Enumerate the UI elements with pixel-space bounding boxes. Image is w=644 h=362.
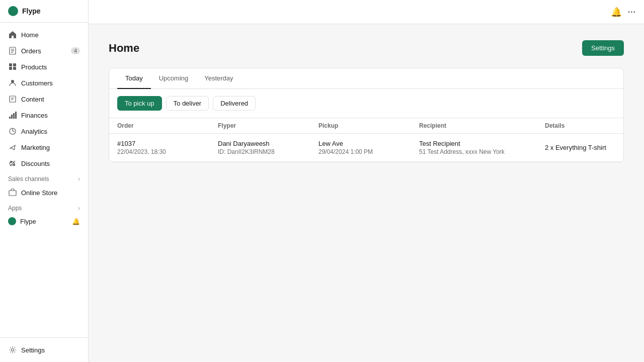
header-recipient: Recipient — [419, 122, 545, 129]
sidebar-item-home[interactable]: Home — [0, 27, 88, 43]
app-logo — [8, 6, 18, 16]
sidebar-item-settings[interactable]: Settings — [0, 342, 88, 358]
cell-pickup: Lew Ave 29/04/2024 1:00 PM — [318, 140, 419, 155]
sidebar: Flype Home Orders 4 Products — [0, 0, 89, 362]
analytics-icon — [8, 127, 17, 136]
cell-recipient: Test Recipient 51 Test Address, xxxx New… — [419, 140, 545, 155]
main-content: 🔔 ··· Home Settings Today Upcoming Yeste… — [89, 0, 644, 362]
page-header: Home Settings — [109, 40, 624, 56]
sidebar-item-content[interactable]: Content — [0, 91, 88, 107]
header-order: Order — [117, 122, 218, 129]
filter-delivered[interactable]: Delivered — [213, 96, 256, 111]
finances-icon — [8, 111, 17, 120]
svg-rect-13 — [11, 115, 13, 119]
sidebar-item-online-store[interactable]: Online Store — [0, 185, 88, 201]
svg-rect-4 — [9, 67, 12, 70]
main-card: Today Upcoming Yesterday To pick up To d… — [109, 68, 624, 162]
table-row[interactable]: #1037 22/04/2023, 18:30 Dani Daryaweesh … — [109, 134, 623, 162]
sidebar-item-marketing[interactable]: Marketing — [0, 139, 88, 155]
svg-rect-5 — [13, 67, 16, 70]
svg-rect-7 — [13, 63, 16, 66]
header-details: Details — [545, 122, 615, 129]
apps-header: Apps › — [0, 201, 88, 214]
tabs-bar: Today Upcoming Yesterday — [109, 68, 623, 89]
cell-details: 2 x Everything T-shirt — [545, 144, 615, 151]
online-store-icon — [8, 188, 17, 197]
svg-rect-15 — [15, 112, 17, 119]
svg-rect-6 — [9, 63, 12, 66]
orders-badge: 4 — [71, 47, 80, 54]
tab-upcoming[interactable]: Upcoming — [151, 68, 197, 89]
svg-rect-22 — [9, 191, 16, 196]
svg-rect-12 — [9, 117, 11, 119]
sidebar-item-customers[interactable]: Customers — [0, 75, 88, 91]
header-flyper: Flyper — [218, 122, 318, 129]
more-options-icon[interactable]: ··· — [628, 8, 636, 17]
sidebar-nav: Home Orders 4 Products Customers — [0, 23, 88, 337]
tab-yesterday[interactable]: Yesterday — [196, 68, 241, 89]
content-icon — [8, 95, 17, 104]
filter-bar: To pick up To deliver Delivered — [109, 89, 623, 118]
table-header: Order Flyper Pickup Recipient Details — [109, 118, 623, 134]
cell-flyper: Dani Daryaweesh ID: DanII2K3IRNM28 — [218, 140, 318, 155]
filter-to-pick-up[interactable]: To pick up — [117, 96, 162, 111]
flype-bell-icon[interactable]: 🔔 — [72, 218, 80, 225]
sidebar-item-analytics[interactable]: Analytics — [0, 123, 88, 139]
home-icon — [8, 30, 17, 39]
sidebar-item-products[interactable]: Products — [0, 59, 88, 75]
settings-button[interactable]: Settings — [582, 40, 624, 56]
sidebar-header: Flype — [0, 0, 88, 23]
apps-chevron[interactable]: › — [78, 205, 80, 212]
orders-table: Order Flyper Pickup Recipient Details #1… — [109, 118, 623, 162]
sales-channels-header: Sales channels › — [0, 171, 88, 185]
sidebar-item-discounts[interactable]: Discounts — [0, 155, 88, 171]
notifications-icon[interactable]: 🔔 — [611, 7, 622, 18]
cell-order: #1037 22/04/2023, 18:30 — [117, 140, 218, 155]
sidebar-app-name: Flype — [22, 7, 41, 15]
settings-icon — [8, 345, 17, 354]
customers-icon — [8, 78, 17, 87]
svg-rect-9 — [10, 96, 16, 102]
sales-channels-chevron[interactable]: › — [78, 175, 80, 183]
products-icon — [8, 62, 17, 71]
filter-to-deliver[interactable]: To deliver — [166, 96, 209, 111]
svg-point-8 — [11, 80, 14, 83]
sidebar-footer: Settings — [0, 337, 88, 362]
page-title: Home — [109, 42, 139, 55]
sidebar-item-orders[interactable]: Orders 4 — [0, 43, 88, 59]
svg-rect-14 — [13, 113, 15, 119]
discounts-icon — [8, 159, 17, 168]
sidebar-item-flype-app[interactable]: Flype 🔔 — [0, 214, 88, 229]
tab-today[interactable]: Today — [117, 68, 151, 89]
topbar: 🔔 ··· — [89, 0, 644, 24]
marketing-icon — [8, 143, 17, 152]
flype-app-icon — [8, 217, 16, 225]
sidebar-item-finances[interactable]: Finances — [0, 107, 88, 123]
header-pickup: Pickup — [318, 122, 419, 129]
orders-icon — [8, 46, 17, 55]
svg-point-23 — [12, 349, 14, 351]
content-area: Home Settings Today Upcoming Yesterday T… — [89, 24, 644, 362]
